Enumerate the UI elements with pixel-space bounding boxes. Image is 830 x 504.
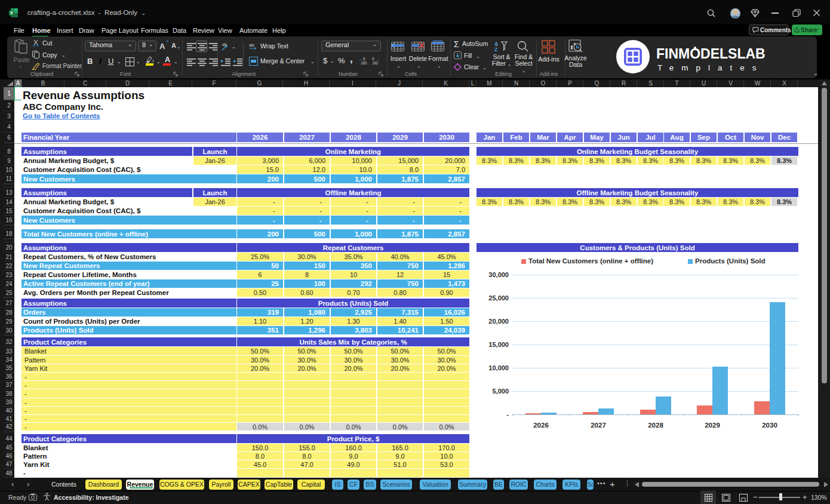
svg-text:0: 0 — [363, 57, 365, 61]
svg-text:Z: Z — [494, 47, 497, 53]
svg-text:ab: ab — [249, 42, 254, 48]
svg-text:ab: ab — [222, 42, 227, 47]
svg-text:A: A — [494, 41, 498, 47]
svg-text:0: 0 — [372, 57, 374, 61]
svg-text:X: X — [10, 10, 13, 16]
svg-text:.00: .00 — [371, 60, 379, 66]
svg-text:.00: .00 — [360, 60, 367, 66]
